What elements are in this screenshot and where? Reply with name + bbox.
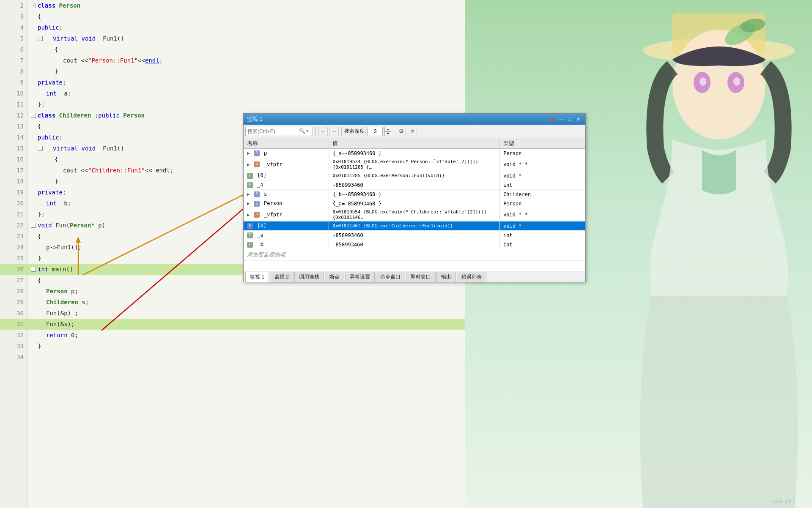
search-icon[interactable]: 🔍 [299,128,305,134]
depth-input[interactable] [368,127,383,136]
search-dropdown-icon[interactable]: ▼ [306,129,308,134]
line-num-17: 17 [0,165,27,176]
search-input[interactable] [247,128,298,134]
forward-button[interactable]: → [329,127,339,136]
table-row[interactable]: ▶ S p {_a=-858993460 } Person [244,149,585,158]
cell-type: int [500,231,585,240]
minimize-button[interactable]: — [557,116,565,123]
maximize-button[interactable]: □ [566,116,573,123]
expand-icon[interactable]: ▶ [247,162,250,167]
tab-output[interactable]: 输出 [436,272,456,282]
cell-value: 0x01019b54 {BLOG.exe!void(* Childeren::`… [329,208,500,221]
cell-type: Person [500,199,585,208]
cell-name: F _a [244,231,329,240]
pointer-icon: P [254,161,260,167]
table-row[interactable]: F [0] 0x01011285 {BLOG.exe!Person::Fun1(… [244,171,585,180]
spin-up[interactable]: ▲ [384,127,391,131]
expand-icon[interactable]: ▶ [247,191,250,197]
line-num-25: 25 [0,253,27,264]
svg-point-7 [733,77,740,86]
line-num-34: 34 [0,352,27,363]
line-num-22: 22 [0,220,27,231]
code-line-9: private: [27,77,465,88]
svg-text:CSDN @dhk: CSDN @dhk [772,500,795,504]
line-num-32: 32 [0,330,27,341]
filter-button[interactable]: ⚙ [397,127,406,136]
cell-value: 0x01011285 {BLOG.exe!Person::Fun1(void)} [329,171,500,180]
tab-command-window[interactable]: 命令窗口 [376,272,405,282]
fold-btn-22[interactable]: − [31,223,36,228]
cell-name: F _a [244,180,329,190]
pointer-icon: P [254,212,260,218]
expand-icon[interactable]: ▶ [247,201,250,206]
tab-call-stack[interactable]: 调用堆栈 [294,272,324,282]
code-line-4: public: [27,22,465,33]
table-row[interactable]: ▶ S Person {_a=-858993460 } Person [244,199,585,208]
table-row[interactable]: ▶ S s {_b=-858993460 } Childeren [244,190,585,199]
line-num-5: 5 [0,33,27,44]
table-row[interactable]: F _a -858993460 int [244,231,585,240]
cell-value-selected: 0x0101146f {BLOG.exe!Childeren::Fun1(voi… [329,221,500,231]
columns-button[interactable]: ≡ [408,127,417,136]
fold-btn-2[interactable]: − [31,3,36,8]
table-row[interactable]: ▶ P _vfptr 0x01019b34 {BLOG.exe!void(* P… [244,158,585,171]
tab-exception-settings[interactable]: 异常设置 [345,272,375,282]
table-row-selected[interactable]: F [0] 0x0101146f {BLOG.exe!Childeren::Fu… [244,221,585,231]
monitor-tabs: 监视 1 监视 2 调用堆栈 断点 异常设置 命令窗口 即时窗口 输出 错误列表 [244,271,585,282]
tab-watch-1[interactable]: 监视 1 [245,272,269,282]
tab-breakpoints[interactable]: 断点 [325,272,344,282]
cell-name: ▶ S p [244,149,329,158]
fold-btn-26[interactable]: − [31,267,36,272]
line-num-15: 15 [0,143,27,154]
monitor-titlebar: 监视 1 📌 — □ ✕ [244,114,585,125]
kw-public-4: public [38,24,59,31]
expand-icon[interactable]: ▶ [247,150,250,156]
fold-btn-15[interactable]: − [38,146,43,151]
code-line-6: { [27,44,465,55]
cell-type: Person [500,149,585,158]
spin-down[interactable]: ▼ [384,131,391,136]
cell-value: {_a=-858993460 } [329,149,500,158]
line-num-3: 3 [0,11,27,22]
back-button[interactable]: ← [318,127,328,136]
cell-value: {_a=-858993460 } [329,199,500,208]
monitor-title: 监视 1 [247,115,263,123]
field-icon: F [247,182,253,188]
line-num-28: 28 [0,286,27,297]
monitor-window: 监视 1 📌 — □ ✕ 🔍 ▼ ← → 搜索深度: ▲ ▼ ⚙ ≡ [243,113,586,282]
cell-type: void * * [500,208,585,221]
line-num-13: 13 [0,121,27,132]
cell-name: F _b [244,240,329,249]
line-num-27: 27 [0,275,27,286]
code-line-5: − virtual void Fun1() [27,33,465,44]
cell-value: 0x01019b34 {BLOG.exe!void(* Person::`vft… [329,158,500,171]
table-row[interactable]: ▶ P _vfptr 0x01019b54 {BLOG.exe!void(* C… [244,208,585,221]
fold-btn-5[interactable]: − [38,36,43,41]
table-row[interactable]: F _b -858993460 int [244,240,585,249]
tab-immediate[interactable]: 即时窗口 [406,272,436,282]
close-button[interactable]: ✕ [574,116,582,123]
field-icon-selected: F [247,223,253,229]
monitor-table-area[interactable]: 名称 值 类型 ▶ S p {_a=-858993460 } Person [244,138,585,271]
fold-btn-12[interactable]: − [31,113,36,118]
expand-icon[interactable]: ▶ [247,212,250,218]
cell-type: void * * [500,158,585,171]
code-line-30: Fun(&p) ; [27,308,465,319]
add-watch-row[interactable]: 添加要监视的项 [244,249,585,261]
pin-button[interactable]: 📌 [549,116,557,123]
code-line-34 [27,352,465,363]
toolbar-separator-3 [394,127,394,136]
tab-watch-2[interactable]: 监视 2 [270,272,294,282]
cell-type: Childeren [500,190,585,199]
table-header-row: 名称 值 类型 [244,138,585,149]
cell-type: int [500,240,585,249]
code-line-32: return 0; [27,330,465,341]
line-num-10: 10 [0,88,27,99]
col-header-name: 名称 [244,138,329,149]
line-num-19: 19 [0,187,27,198]
tab-error-list[interactable]: 错误列表 [457,272,486,282]
cell-value: {_b=-858993460 } [329,190,500,199]
cell-value: -858993460 [329,231,500,240]
table-row[interactable]: F _a -858993460 int [244,180,585,190]
class-name-person: Person [59,2,81,9]
